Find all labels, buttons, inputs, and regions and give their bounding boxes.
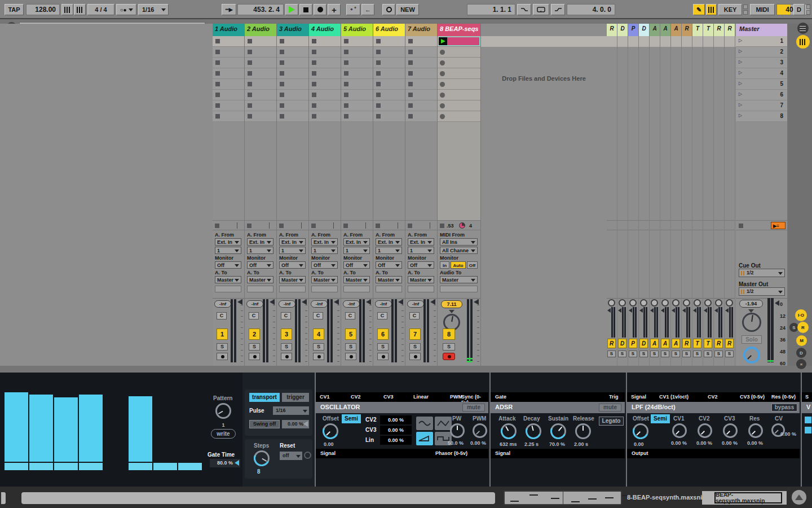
master-fader-handle[interactable] bbox=[775, 300, 779, 306]
track-activator-button[interactable]: 4 bbox=[313, 329, 324, 340]
partial-control[interactable] bbox=[805, 417, 811, 423]
clip-slot[interactable] bbox=[341, 100, 373, 111]
clip-slot[interactable] bbox=[245, 68, 276, 79]
sequencer-gate-bar[interactable] bbox=[178, 463, 202, 470]
pan-field[interactable]: C bbox=[409, 312, 420, 319]
clip-slot[interactable] bbox=[373, 36, 405, 47]
return-solo-button[interactable]: S bbox=[661, 351, 669, 357]
clip-slot[interactable] bbox=[245, 79, 276, 90]
clip-slot[interactable] bbox=[341, 36, 373, 47]
clip-slot[interactable] bbox=[309, 58, 341, 68]
sequencer-step-bar[interactable] bbox=[129, 396, 152, 462]
return-activator-button[interactable]: T bbox=[704, 339, 712, 348]
return-track-header[interactable]: A bbox=[671, 24, 681, 36]
io-input-type-chooser[interactable]: Ext. In bbox=[408, 238, 434, 246]
master-out-chooser[interactable]: 1/2 bbox=[739, 287, 785, 296]
time-signature-field[interactable]: 4 / 4 bbox=[87, 4, 114, 15]
clip-slot[interactable] bbox=[213, 79, 244, 90]
trigger-button[interactable]: trigger bbox=[282, 393, 309, 402]
volume-field[interactable]: 7.11 bbox=[441, 300, 462, 308]
show-returns-toggle[interactable]: R bbox=[797, 322, 809, 333]
return-solo-button[interactable]: S bbox=[629, 351, 637, 357]
solo-button[interactable]: S bbox=[443, 343, 455, 351]
punch-out-button[interactable] bbox=[551, 4, 565, 15]
io-input-channel-chooser[interactable]: 1 bbox=[215, 247, 241, 254]
clip-slot[interactable] bbox=[213, 100, 244, 111]
overdub-d-button[interactable]: D bbox=[793, 4, 805, 15]
sequencer-step-bar[interactable] bbox=[5, 392, 28, 462]
solo-button[interactable]: S bbox=[409, 343, 421, 351]
io-monitor-chooser[interactable]: Off bbox=[343, 261, 370, 269]
stop-all-clip-icon[interactable] bbox=[408, 224, 412, 228]
return-activator-button[interactable]: D bbox=[618, 339, 626, 348]
transport-button[interactable]: transport bbox=[249, 393, 280, 402]
io-midi-channel-chooser[interactable]: All Channe bbox=[440, 247, 478, 254]
return-solo-button[interactable]: S bbox=[607, 351, 616, 357]
clip-slot[interactable] bbox=[373, 90, 405, 100]
return-track-header[interactable]: T bbox=[703, 24, 713, 36]
return-fader-handle[interactable] bbox=[693, 308, 696, 313]
session-record-button[interactable] bbox=[382, 4, 395, 15]
return-fader-handle[interactable] bbox=[682, 308, 686, 313]
clip-slot[interactable] bbox=[245, 90, 276, 100]
clip-slot[interactable] bbox=[277, 111, 308, 122]
partial-control2[interactable] bbox=[805, 427, 811, 433]
metronome-button[interactable]: ○● bbox=[116, 4, 136, 15]
clip-slot[interactable] bbox=[213, 90, 244, 100]
computer-midi-keyboard-button[interactable] bbox=[706, 4, 717, 15]
return-solo-button[interactable]: S bbox=[618, 351, 626, 357]
overdub-button[interactable]: + bbox=[328, 4, 341, 15]
io-output-type-chooser[interactable]: Master bbox=[247, 276, 273, 283]
scene-launch-icon[interactable]: ▷ bbox=[739, 70, 742, 75]
clip-slot[interactable] bbox=[341, 58, 373, 68]
sine-wave-button[interactable] bbox=[416, 417, 433, 430]
clip-slot[interactable] bbox=[405, 47, 437, 58]
clip-slot[interactable] bbox=[309, 90, 341, 100]
show-hide-device-button[interactable] bbox=[792, 490, 806, 505]
drop-zone[interactable] bbox=[482, 24, 606, 220]
solo-button[interactable]: S bbox=[281, 343, 292, 351]
nudge-up-button[interactable] bbox=[74, 4, 86, 15]
return-fader-handle[interactable] bbox=[704, 308, 707, 313]
return-track-header[interactable]: R bbox=[725, 24, 735, 36]
clip-slot[interactable] bbox=[245, 100, 276, 111]
return-track-header[interactable]: D bbox=[617, 24, 628, 36]
saw-wave-button[interactable] bbox=[416, 432, 433, 445]
pan-field[interactable]: C bbox=[249, 312, 259, 319]
nudge-down-button[interactable] bbox=[61, 4, 73, 15]
return-pan-knob[interactable] bbox=[629, 299, 637, 306]
io-output-type-chooser[interactable]: Master bbox=[408, 276, 434, 283]
return-pan-knob[interactable] bbox=[683, 299, 690, 306]
io-output-type-chooser[interactable]: Master bbox=[215, 276, 241, 283]
track-activator-button[interactable]: 3 bbox=[281, 329, 292, 340]
return-pan-knob[interactable] bbox=[704, 299, 712, 306]
keys-overview-button[interactable] bbox=[796, 35, 810, 49]
adsr-attack-knob[interactable] bbox=[501, 423, 517, 439]
stop-all-clip-icon[interactable] bbox=[440, 224, 444, 228]
track-header[interactable]: 6 Audio bbox=[373, 24, 405, 36]
sequencer-step-bar[interactable] bbox=[29, 395, 53, 462]
scene-slot-2[interactable]: ▷2 bbox=[736, 47, 787, 58]
osc-cv-value[interactable]: 0.00 % bbox=[380, 415, 412, 424]
return-solo-button[interactable]: S bbox=[650, 351, 659, 357]
arm-button[interactable] bbox=[281, 353, 292, 360]
scene-slot-3[interactable]: ▷3 bbox=[736, 58, 787, 68]
io-monitor-chooser[interactable]: Off bbox=[215, 261, 241, 269]
clip-play-button[interactable] bbox=[439, 37, 447, 45]
clip-slot[interactable] bbox=[309, 68, 341, 79]
sequencer-gate-bar[interactable] bbox=[153, 463, 177, 470]
return-track-header[interactable]: A bbox=[660, 24, 670, 36]
clip-slot[interactable] bbox=[438, 58, 480, 68]
volume-field[interactable]: -Inf bbox=[279, 300, 295, 308]
return-solo-button[interactable]: S bbox=[693, 351, 701, 357]
clip-slot[interactable] bbox=[438, 79, 480, 90]
device-title-tab[interactable]: BEAP-seqsynth.maxsnip bbox=[702, 491, 787, 505]
stop-all-clip-icon[interactable] bbox=[376, 224, 380, 228]
monitor-off-button[interactable]: Off bbox=[467, 261, 478, 269]
clip-slot[interactable] bbox=[405, 58, 437, 68]
clip-slot[interactable] bbox=[213, 58, 244, 68]
volume-field[interactable]: -Inf bbox=[375, 300, 392, 308]
return-fader-handle[interactable] bbox=[618, 308, 621, 313]
scene-slot-8[interactable]: ▷8 bbox=[736, 111, 787, 122]
pw-knob[interactable] bbox=[450, 423, 465, 438]
